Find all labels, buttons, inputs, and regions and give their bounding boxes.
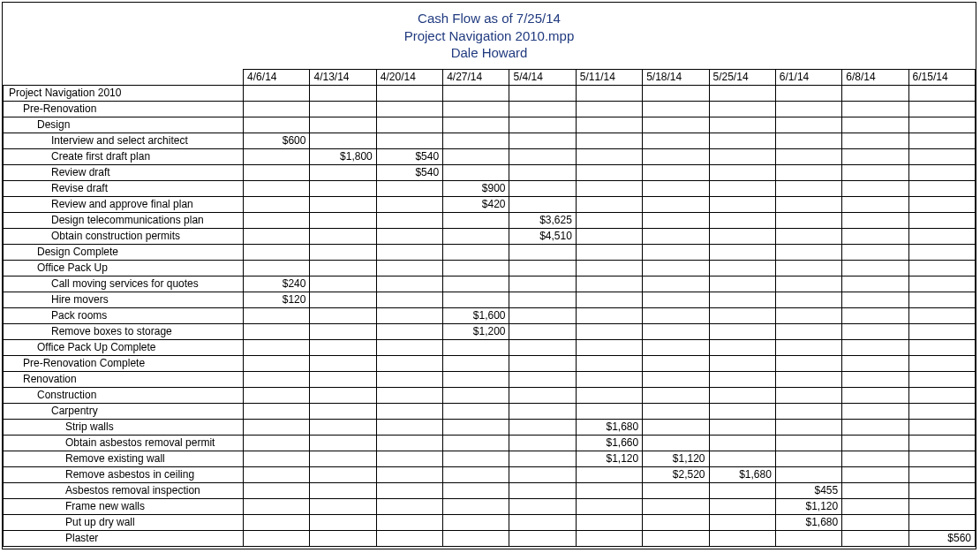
cell-value <box>576 482 642 498</box>
cell-value <box>775 196 841 212</box>
cell-value <box>709 355 775 371</box>
cell-value <box>376 466 442 482</box>
cell-value <box>310 530 376 546</box>
cell-value <box>310 276 376 292</box>
cell-value <box>775 323 841 339</box>
cell-value <box>576 466 642 482</box>
cell-value <box>509 133 576 148</box>
cell-value <box>842 164 908 180</box>
cell-value <box>376 307 442 323</box>
cell-value <box>643 148 709 164</box>
cell-value <box>908 387 975 403</box>
cell-value <box>244 498 310 514</box>
cell-value <box>443 212 509 228</box>
cell-value <box>244 196 310 212</box>
cell-value <box>310 323 376 339</box>
report-author: Dale Howard <box>3 44 976 62</box>
col-header: 4/6/14 <box>244 69 310 85</box>
cell-value <box>509 498 576 514</box>
cell-value <box>842 403 908 419</box>
cell-value <box>709 228 775 244</box>
cell-value <box>908 355 975 371</box>
task-name: Remove asbestos in ceiling <box>4 466 244 482</box>
table-row: Asbestos removal inspection$455 <box>4 482 976 498</box>
cell-value <box>709 85 775 101</box>
table-row: Design telecommunications plan$3,625 <box>4 212 976 228</box>
cell-value <box>310 419 376 435</box>
table-row: Call moving services for quotes$240 <box>4 276 976 292</box>
cell-value <box>775 419 841 435</box>
cell-value <box>709 133 775 148</box>
table-row: Pre-Renovation Complete <box>4 355 976 371</box>
cell-value <box>310 514 376 530</box>
cell-value: $1,680 <box>709 466 775 482</box>
cell-value <box>908 339 975 355</box>
cell-value <box>244 403 310 419</box>
task-name: Obtain asbestos removal permit <box>4 435 244 451</box>
cell-value <box>443 355 509 371</box>
cell-value <box>908 85 975 101</box>
cell-value <box>775 371 841 387</box>
cell-value <box>244 435 310 451</box>
table-row: Obtain construction permits$4,510 <box>4 228 976 244</box>
cell-value <box>908 101 975 117</box>
task-name: Remove existing wall <box>4 451 244 466</box>
cell-value <box>775 117 841 133</box>
cell-value <box>775 228 841 244</box>
cell-value <box>443 339 509 355</box>
header-blank <box>4 69 244 85</box>
cell-value <box>443 530 509 546</box>
task-name: Carpentry <box>4 403 244 419</box>
cell-value <box>709 387 775 403</box>
cell-value: $600 <box>244 133 310 148</box>
table-row: Project Navigation 2010 <box>4 85 976 101</box>
task-name: Renovation <box>4 371 244 387</box>
cell-value <box>576 117 642 133</box>
cell-value <box>443 419 509 435</box>
cell-value <box>509 387 576 403</box>
cell-value <box>775 212 841 228</box>
table-row: Pre-Renovation <box>4 101 976 117</box>
cell-value <box>509 514 576 530</box>
cell-value <box>244 371 310 387</box>
cell-value <box>908 292 975 307</box>
cell-value <box>310 244 376 260</box>
cell-value <box>244 419 310 435</box>
cell-value <box>509 180 576 196</box>
cell-value <box>842 530 908 546</box>
cell-value <box>576 260 642 276</box>
table-row: Remove boxes to storage$1,200 <box>4 323 976 339</box>
col-header: 6/15/14 <box>908 69 975 85</box>
cell-value <box>842 212 908 228</box>
cell-value <box>908 164 975 180</box>
cell-value <box>509 117 576 133</box>
cell-value <box>376 498 442 514</box>
table-row: Review draft$540 <box>4 164 976 180</box>
cell-value <box>310 403 376 419</box>
cell-value <box>709 323 775 339</box>
cell-value <box>376 323 442 339</box>
cell-value <box>376 514 442 530</box>
cell-value <box>509 451 576 466</box>
cell-value <box>842 466 908 482</box>
task-name: Call moving services for quotes <box>4 276 244 292</box>
cell-value <box>244 530 310 546</box>
cell-value <box>775 451 841 466</box>
table-body: Project Navigation 2010Pre-RenovationDes… <box>4 85 976 546</box>
cell-value <box>643 260 709 276</box>
cell-value <box>709 101 775 117</box>
cell-value <box>775 339 841 355</box>
cell-value <box>643 164 709 180</box>
cell-value <box>908 323 975 339</box>
cell-value <box>376 244 442 260</box>
cell-value <box>576 498 642 514</box>
report-title: Cash Flow as of 7/25/14 <box>3 10 976 27</box>
cell-value <box>643 355 709 371</box>
cell-value <box>643 339 709 355</box>
cell-value <box>842 307 908 323</box>
cell-value <box>908 196 975 212</box>
task-name: Pre-Renovation Complete <box>4 355 244 371</box>
table-row: Construction <box>4 387 976 403</box>
cell-value <box>244 466 310 482</box>
cell-value <box>443 228 509 244</box>
